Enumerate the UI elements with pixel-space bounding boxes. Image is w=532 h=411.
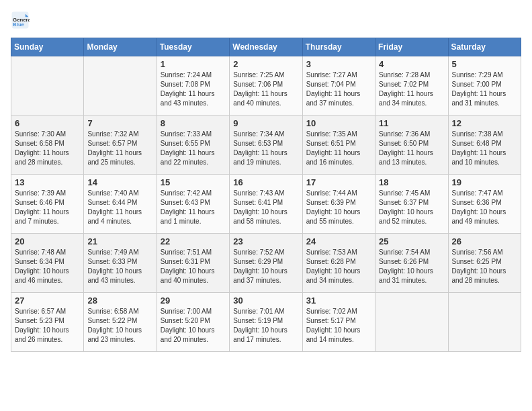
day-info: Sunrise: 7:49 AM Sunset: 6:33 PM Dayligh…	[87, 248, 152, 285]
day-info: Sunrise: 7:45 AM Sunset: 6:37 PM Dayligh…	[379, 189, 444, 226]
day-number: 3	[306, 59, 371, 69]
day-cell: 4Sunrise: 7:28 AM Sunset: 7:02 PM Daylig…	[375, 56, 448, 116]
week-row-3: 13Sunrise: 7:39 AM Sunset: 6:46 PM Dayli…	[11, 175, 521, 234]
day-cell: 31Sunrise: 7:02 AM Sunset: 5:17 PM Dayli…	[302, 293, 375, 352]
day-info: Sunrise: 7:28 AM Sunset: 7:02 PM Dayligh…	[379, 71, 444, 108]
logo-icon: General Blue	[11, 11, 30, 30]
day-cell: 25Sunrise: 7:54 AM Sunset: 6:26 PM Dayli…	[375, 234, 448, 293]
header-row: SundayMondayTuesdayWednesdayThursdayFrid…	[11, 38, 521, 56]
day-info: Sunrise: 7:34 AM Sunset: 6:53 PM Dayligh…	[233, 130, 298, 167]
day-number: 15	[161, 177, 226, 187]
day-cell: 18Sunrise: 7:45 AM Sunset: 6:37 PM Dayli…	[375, 175, 448, 234]
col-header-saturday: Saturday	[448, 38, 521, 56]
day-number: 21	[87, 236, 152, 246]
day-cell: 5Sunrise: 7:29 AM Sunset: 7:00 PM Daylig…	[448, 56, 521, 116]
day-number: 26	[452, 236, 517, 246]
day-cell: 29Sunrise: 7:00 AM Sunset: 5:20 PM Dayli…	[157, 293, 229, 352]
day-cell: 17Sunrise: 7:44 AM Sunset: 6:39 PM Dayli…	[302, 175, 375, 234]
day-info: Sunrise: 7:01 AM Sunset: 5:19 PM Dayligh…	[233, 307, 298, 345]
day-number: 1	[161, 59, 226, 69]
col-header-tuesday: Tuesday	[157, 38, 229, 56]
day-number: 16	[233, 177, 298, 187]
day-info: Sunrise: 7:24 AM Sunset: 7:08 PM Dayligh…	[161, 71, 226, 108]
page-header: General Blue	[11, 11, 521, 30]
day-number: 30	[233, 295, 298, 306]
day-info: Sunrise: 7:47 AM Sunset: 6:36 PM Dayligh…	[452, 189, 517, 226]
col-header-monday: Monday	[84, 38, 157, 56]
day-info: Sunrise: 7:53 AM Sunset: 6:28 PM Dayligh…	[306, 248, 371, 285]
day-cell: 22Sunrise: 7:51 AM Sunset: 6:31 PM Dayli…	[157, 234, 229, 293]
col-header-wednesday: Wednesday	[230, 38, 302, 56]
col-header-friday: Friday	[375, 38, 448, 56]
day-info: Sunrise: 7:52 AM Sunset: 6:29 PM Dayligh…	[233, 248, 298, 285]
col-header-sunday: Sunday	[11, 38, 84, 56]
day-number: 18	[379, 177, 444, 187]
day-info: Sunrise: 7:48 AM Sunset: 6:34 PM Dayligh…	[15, 248, 80, 285]
day-info: Sunrise: 6:58 AM Sunset: 5:22 PM Dayligh…	[87, 307, 152, 345]
day-info: Sunrise: 7:33 AM Sunset: 6:55 PM Dayligh…	[161, 130, 226, 167]
day-cell: 1Sunrise: 7:24 AM Sunset: 7:08 PM Daylig…	[157, 56, 229, 116]
logo: General Blue	[11, 11, 32, 30]
day-info: Sunrise: 7:43 AM Sunset: 6:41 PM Dayligh…	[233, 189, 298, 226]
day-number: 14	[87, 177, 152, 187]
day-info: Sunrise: 6:57 AM Sunset: 5:23 PM Dayligh…	[15, 307, 80, 345]
svg-text:Blue: Blue	[13, 21, 25, 28]
day-cell: 15Sunrise: 7:42 AM Sunset: 6:43 PM Dayli…	[157, 175, 229, 234]
day-cell: 7Sunrise: 7:32 AM Sunset: 6:57 PM Daylig…	[84, 116, 157, 175]
day-cell	[375, 293, 448, 352]
day-number: 13	[15, 177, 80, 187]
day-number: 9	[233, 118, 298, 128]
day-number: 4	[379, 59, 444, 69]
day-number: 29	[161, 295, 226, 306]
day-cell: 12Sunrise: 7:38 AM Sunset: 6:48 PM Dayli…	[448, 116, 521, 175]
day-number: 22	[161, 236, 226, 246]
day-number: 5	[452, 59, 517, 69]
day-info: Sunrise: 7:51 AM Sunset: 6:31 PM Dayligh…	[161, 248, 226, 285]
day-cell: 21Sunrise: 7:49 AM Sunset: 6:33 PM Dayli…	[84, 234, 157, 293]
week-row-2: 6Sunrise: 7:30 AM Sunset: 6:58 PM Daylig…	[11, 116, 521, 175]
day-cell	[84, 56, 157, 116]
day-cell: 16Sunrise: 7:43 AM Sunset: 6:41 PM Dayli…	[230, 175, 302, 234]
day-number: 11	[379, 118, 444, 128]
day-cell: 9Sunrise: 7:34 AM Sunset: 6:53 PM Daylig…	[230, 116, 302, 175]
day-cell: 23Sunrise: 7:52 AM Sunset: 6:29 PM Dayli…	[230, 234, 302, 293]
day-cell: 10Sunrise: 7:35 AM Sunset: 6:51 PM Dayli…	[302, 116, 375, 175]
day-info: Sunrise: 7:40 AM Sunset: 6:44 PM Dayligh…	[87, 189, 152, 226]
day-info: Sunrise: 7:25 AM Sunset: 7:06 PM Dayligh…	[233, 71, 298, 108]
day-info: Sunrise: 7:30 AM Sunset: 6:58 PM Dayligh…	[15, 130, 80, 167]
day-info: Sunrise: 7:02 AM Sunset: 5:17 PM Dayligh…	[306, 307, 371, 345]
day-number: 24	[306, 236, 371, 246]
day-number: 28	[87, 295, 152, 306]
day-cell: 24Sunrise: 7:53 AM Sunset: 6:28 PM Dayli…	[302, 234, 375, 293]
day-cell: 13Sunrise: 7:39 AM Sunset: 6:46 PM Dayli…	[11, 175, 84, 234]
day-cell: 26Sunrise: 7:56 AM Sunset: 6:25 PM Dayli…	[448, 234, 521, 293]
day-number: 12	[452, 118, 517, 128]
day-cell: 14Sunrise: 7:40 AM Sunset: 6:44 PM Dayli…	[84, 175, 157, 234]
day-info: Sunrise: 7:36 AM Sunset: 6:50 PM Dayligh…	[379, 130, 444, 167]
week-row-1: 1Sunrise: 7:24 AM Sunset: 7:08 PM Daylig…	[11, 56, 521, 116]
day-cell: 28Sunrise: 6:58 AM Sunset: 5:22 PM Dayli…	[84, 293, 157, 352]
day-info: Sunrise: 7:39 AM Sunset: 6:46 PM Dayligh…	[15, 189, 80, 226]
day-cell: 30Sunrise: 7:01 AM Sunset: 5:19 PM Dayli…	[230, 293, 302, 352]
day-info: Sunrise: 7:38 AM Sunset: 6:48 PM Dayligh…	[452, 130, 517, 167]
day-cell	[11, 56, 84, 116]
day-cell: 20Sunrise: 7:48 AM Sunset: 6:34 PM Dayli…	[11, 234, 84, 293]
day-info: Sunrise: 7:54 AM Sunset: 6:26 PM Dayligh…	[379, 248, 444, 285]
day-info: Sunrise: 7:00 AM Sunset: 5:20 PM Dayligh…	[161, 307, 226, 345]
day-cell: 27Sunrise: 6:57 AM Sunset: 5:23 PM Dayli…	[11, 293, 84, 352]
day-number: 23	[233, 236, 298, 246]
day-info: Sunrise: 7:56 AM Sunset: 6:25 PM Dayligh…	[452, 248, 517, 285]
day-info: Sunrise: 7:44 AM Sunset: 6:39 PM Dayligh…	[306, 189, 371, 226]
day-number: 8	[161, 118, 226, 128]
day-number: 2	[233, 59, 298, 69]
calendar-table: SundayMondayTuesdayWednesdayThursdayFrid…	[11, 38, 521, 352]
day-info: Sunrise: 7:35 AM Sunset: 6:51 PM Dayligh…	[306, 130, 371, 167]
day-info: Sunrise: 7:32 AM Sunset: 6:57 PM Dayligh…	[87, 130, 152, 167]
day-info: Sunrise: 7:42 AM Sunset: 6:43 PM Dayligh…	[161, 189, 226, 226]
day-number: 31	[306, 295, 371, 306]
day-cell: 3Sunrise: 7:27 AM Sunset: 7:04 PM Daylig…	[302, 56, 375, 116]
day-info: Sunrise: 7:27 AM Sunset: 7:04 PM Dayligh…	[306, 71, 371, 108]
day-number: 10	[306, 118, 371, 128]
week-row-4: 20Sunrise: 7:48 AM Sunset: 6:34 PM Dayli…	[11, 234, 521, 293]
day-cell	[448, 293, 521, 352]
